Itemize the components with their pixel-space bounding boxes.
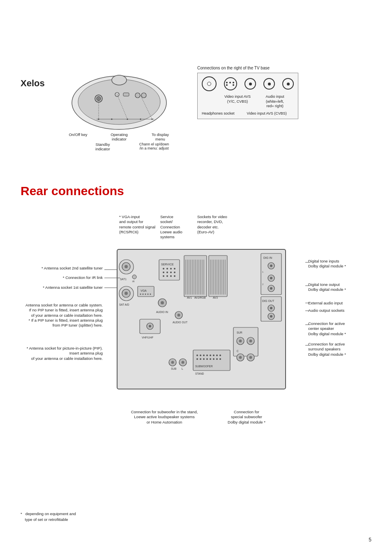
ext-audio-label: External audio input xyxy=(308,301,343,306)
svg-point-117 xyxy=(203,355,205,356)
standby-label: Standby indicator xyxy=(88,142,117,151)
rca-jack-3-icon xyxy=(282,78,294,90)
headphones-socket-text: Headphones socket xyxy=(202,111,235,115)
page-number: 5 xyxy=(369,537,371,543)
svg-point-28 xyxy=(270,287,272,290)
svg-text:AV3: AV3 xyxy=(213,296,218,299)
svg-point-120 xyxy=(213,355,214,356)
svg-text:SUB: SUB xyxy=(171,367,176,370)
svg-point-47 xyxy=(140,294,141,295)
svg-text:VGA: VGA xyxy=(141,289,147,292)
svg-point-106 xyxy=(239,340,242,343)
svg-text:SAT1: SAT1 xyxy=(120,278,127,281)
rca-inner-dot xyxy=(249,83,252,85)
surround-speakers-label: Connection for activesurround speakersDo… xyxy=(308,342,346,357)
audio-out-sockets-label: Audio output sockets xyxy=(308,308,344,313)
connections-icons xyxy=(202,76,294,91)
svg-point-111 xyxy=(239,356,242,359)
headphone-socket-label xyxy=(202,94,217,99)
svg-point-63 xyxy=(166,275,168,277)
sockets-video-label: Sockets for videorecorder, DVD,decoder e… xyxy=(197,214,238,235)
svg-point-55 xyxy=(166,268,168,269)
svg-text:DIG OUT: DIG OUT xyxy=(262,299,274,302)
svg-point-123 xyxy=(196,358,198,360)
connections-title: Connections on the right of the TV base xyxy=(197,66,371,70)
video-input-avs-text: Video input AVS (CVBS) xyxy=(247,111,287,115)
svg-point-39 xyxy=(132,275,136,279)
vga-input-label: * VGA-inputand output forremote control … xyxy=(119,214,156,235)
svideo-icon xyxy=(224,77,237,90)
right-connections: Connections on the right of the TV base xyxy=(197,66,371,119)
svg-rect-81 xyxy=(209,256,227,297)
headphone-jack-icon xyxy=(202,76,217,91)
audio-input-label: Audio input(white=left,red= right) xyxy=(258,94,291,109)
svg-point-122 xyxy=(219,355,221,356)
svg-point-7 xyxy=(135,93,140,98)
video-avs-label: Video input AVS(Y/C, CVBS) xyxy=(219,94,256,104)
svg-point-116 xyxy=(200,355,201,356)
svg-point-113 xyxy=(249,356,252,359)
rca-jack-1-icon xyxy=(244,78,256,90)
rear-panel-svg: DIG IN 1 2 DIG OUT SAT xyxy=(115,247,288,403)
page: Xelos xyxy=(0,0,392,555)
svg-point-59 xyxy=(166,272,168,273)
svg-point-43 xyxy=(125,292,128,295)
svg-point-48 xyxy=(143,294,144,295)
svg-text:AUDIO IN: AUDIO IN xyxy=(156,311,168,313)
dig-out-label: Digital tone outputDolby digital module … xyxy=(308,282,346,292)
svg-point-130 xyxy=(219,358,221,360)
ant1sat-label: * Antenna socket 1st satellite tuner xyxy=(21,285,103,290)
xelos-top-captions: Standby indicator Chann el up/down /in a… xyxy=(66,142,173,151)
svg-point-97 xyxy=(178,314,180,317)
svg-text:VHF/UHF: VHF/UHF xyxy=(142,336,153,339)
rca-inner-dot-3 xyxy=(287,83,290,85)
svg-point-134 xyxy=(171,361,174,364)
svg-point-8 xyxy=(141,93,146,98)
svg-point-121 xyxy=(216,355,218,356)
service-socket-label: Servicesocket/ConnectionLoewe audio syst… xyxy=(160,214,193,240)
special-subwoofer-label: Connection forspecial subwooferDolby dig… xyxy=(216,410,277,425)
svg-point-32 xyxy=(270,307,272,309)
connections-bottom-row2: Headphones socket Video input AVS (CVBS) xyxy=(202,111,294,115)
rca-jack-2-icon xyxy=(263,78,275,90)
svg-text:SUR: SUR xyxy=(237,331,242,334)
svg-point-129 xyxy=(216,358,218,360)
surround-speakers-line xyxy=(305,345,309,345)
svg-text:AUDIO OUT: AUDIO OUT xyxy=(173,321,187,324)
svg-point-51 xyxy=(150,294,151,295)
xelos-section: Xelos xyxy=(21,66,371,151)
svg-point-37 xyxy=(125,265,128,268)
svg-point-137 xyxy=(182,361,184,364)
svg-point-125 xyxy=(203,358,205,360)
svg-point-22 xyxy=(270,265,272,267)
operating-label: Operating indicator xyxy=(106,132,133,141)
ant1sat-line xyxy=(104,288,117,288)
subwoofer-stand-label: Connection for subwoofer in the stand,Lo… xyxy=(123,410,205,425)
svg-text:SUBWOOFER: SUBWOOFER xyxy=(195,365,213,368)
ant-pip-label: * Antenna socket for picture-in-picture … xyxy=(21,346,103,361)
xelos-diagram-captions: On/Off key Operating indicator To displa… xyxy=(66,132,173,141)
svg-point-34 xyxy=(270,315,272,318)
svg-point-127 xyxy=(210,358,211,360)
svg-text:SERVICE: SERVICE xyxy=(161,263,174,266)
svg-point-25 xyxy=(270,277,272,279)
xelos-title: Xelos xyxy=(21,66,49,89)
svg-rect-6 xyxy=(123,93,129,96)
connections-box: Video input AVS(Y/C, CVBS) Audio input(w… xyxy=(197,73,298,119)
svg-point-126 xyxy=(206,358,208,360)
svg-point-65 xyxy=(174,275,175,277)
dig-out-line xyxy=(305,286,309,286)
dig-in-line xyxy=(305,262,309,263)
svg-text:STAND: STAND xyxy=(195,372,204,375)
svg-point-62 xyxy=(163,275,164,277)
svg-point-57 xyxy=(174,268,175,269)
rear-section: Rear connections DIG IN 1 2 DIG xyxy=(21,184,371,444)
svg-point-94 xyxy=(161,301,164,304)
svg-point-115 xyxy=(196,355,198,356)
svg-text:AV1: AV1 xyxy=(187,296,192,299)
xelos-diagram-wrapper: On/Off key Operating indicator To displa… xyxy=(66,66,173,151)
svg-point-101 xyxy=(149,325,151,327)
svg-point-58 xyxy=(163,272,164,273)
rear-diagram-area: DIG IN 1 2 DIG OUT SAT xyxy=(21,214,371,444)
ir-link-label: * Connection for IR link xyxy=(21,275,103,281)
